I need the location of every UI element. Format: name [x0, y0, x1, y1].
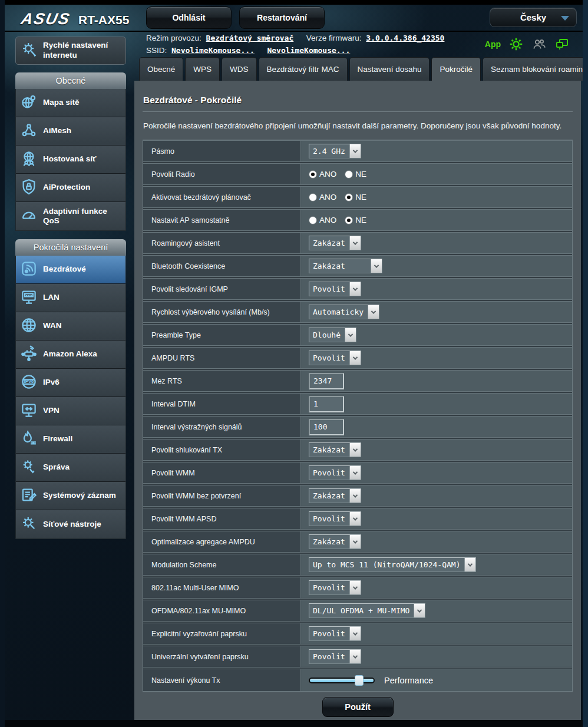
setting-select[interactable]: Dlouhé	[309, 328, 356, 342]
sidebar-item-ipv6[interactable]: IPV6IPv6	[16, 369, 125, 397]
chevron-down-icon[interactable]	[349, 351, 361, 365]
chevron-down-icon[interactable]	[349, 627, 361, 640]
chevron-down-icon[interactable]	[349, 282, 361, 296]
setting-select[interactable]: Povolit	[309, 649, 361, 664]
tab-seznam-blokov-n-roamingu[interactable]: Seznam blokování roamingu	[483, 57, 588, 81]
radio-icon[interactable]	[345, 216, 353, 224]
devices-monitor-icon[interactable]	[554, 37, 570, 51]
sidebar-item-spr-va[interactable]: Správa	[16, 454, 125, 482]
setting-value-cell: Povolit	[301, 577, 572, 599]
setting-select[interactable]: Zakázat	[309, 488, 361, 503]
app-link[interactable]: App	[485, 39, 501, 49]
setting-input[interactable]	[309, 419, 344, 435]
chevron-down-icon[interactable]	[371, 259, 382, 273]
radio-icon[interactable]	[345, 170, 353, 179]
radio-option-ne[interactable]: NE	[345, 193, 366, 201]
tab-bezdr-tov-filtr-mac[interactable]: Bezdrátový filtr MAC	[259, 57, 348, 81]
setting-label: Povolit Radio	[143, 163, 301, 185]
setting-select[interactable]: Povolit	[309, 351, 361, 365]
radio-label: ANO	[319, 170, 336, 179]
ssid-link-2[interactable]: NevolimeKomouse...	[267, 46, 350, 55]
setting-select[interactable]: Povolit	[309, 580, 361, 595]
reboot-button[interactable]: Restartování	[239, 6, 325, 29]
setting-select[interactable]: Up to MCS 11 (NitroQAM/1024-QAM)	[309, 557, 476, 572]
sidebar-item-syst-mov-z-znam[interactable]: Systémový záznam	[16, 482, 125, 510]
firmware-gear-icon[interactable]	[508, 37, 524, 52]
sidebar-item-bezdr-tov-[interactable]: Bezdrátové	[16, 256, 125, 284]
setting-value-cell: Povolit	[301, 462, 572, 484]
chevron-down-icon[interactable]	[345, 328, 356, 342]
tx-power-slider[interactable]	[309, 675, 375, 686]
apply-button[interactable]: Použít	[322, 697, 394, 717]
setting-select[interactable]: Zakázat	[309, 442, 361, 457]
radio-icon[interactable]	[309, 193, 317, 201]
sidebar-item-vpn[interactable]: VPN	[16, 397, 125, 425]
quick-internet-setup-button[interactable]: Rychlé nastavení internetu	[15, 37, 126, 65]
setting-select[interactable]: Povolit	[309, 465, 361, 480]
sidebar-item-aimesh[interactable]: AiMesh	[16, 117, 125, 146]
chevron-down-icon[interactable]	[464, 558, 475, 571]
chevron-down-icon[interactable]	[349, 466, 361, 480]
setting-select[interactable]: Povolit	[309, 282, 361, 296]
sidebar-item-mapa-s-t-[interactable]: Mapa sítě	[16, 89, 125, 117]
setting-select[interactable]: Zakázat	[309, 259, 382, 273]
svg-text:IPV6: IPV6	[24, 379, 34, 384]
select-value: Povolit	[309, 282, 349, 296]
language-value: Česky	[520, 12, 546, 22]
setting-value-cell: Zakázat	[301, 255, 572, 277]
chevron-down-icon[interactable]	[349, 650, 361, 663]
tab-obecn-[interactable]: Obecné	[139, 57, 183, 81]
setting-select[interactable]: DL/UL OFDMA + MU-MIMO	[309, 603, 425, 618]
chevron-down-icon[interactable]	[349, 581, 361, 594]
chevron-down-icon	[561, 16, 569, 21]
chevron-down-icon[interactable]	[414, 604, 425, 617]
setting-value-cell	[301, 416, 572, 438]
sidebar-item-label: IPv6	[43, 378, 60, 387]
radio-option-ano[interactable]: ANO	[309, 193, 336, 201]
setting-select[interactable]: Zakázat	[309, 534, 361, 549]
sidebar-item-firewall[interactable]: Firewall	[16, 425, 125, 454]
radio-icon[interactable]	[309, 170, 317, 179]
sidebar-item-lan[interactable]: LAN	[16, 284, 125, 312]
setting-select[interactable]: Povolit	[309, 626, 361, 641]
chevron-down-icon[interactable]	[349, 236, 361, 250]
chevron-down-icon[interactable]	[349, 144, 361, 158]
setting-input[interactable]	[309, 396, 344, 412]
setting-value-cell: Up to MCS 11 (NitroQAM/1024-QAM)	[301, 554, 572, 576]
setting-input[interactable]	[309, 373, 344, 389]
chevron-down-icon[interactable]	[349, 535, 361, 548]
setting-select[interactable]: Zakázat	[309, 236, 361, 250]
language-dropdown[interactable]: Česky	[490, 8, 577, 27]
chevron-down-icon[interactable]	[368, 305, 379, 319]
tab-nastaven-dosahu[interactable]: Nastavení dosahu	[349, 57, 430, 81]
sidebar-item-wan[interactable]: WAN	[16, 312, 125, 341]
sidebar-item-adaptivn-funkce-qos[interactable]: Adaptivní funkce QoS	[16, 202, 125, 230]
slider-track[interactable]	[309, 678, 375, 683]
ssid-link-1[interactable]: NevolimeKomouse...	[171, 46, 255, 55]
chevron-down-icon[interactable]	[349, 489, 361, 503]
radio-icon[interactable]	[309, 216, 317, 224]
radio-option-ne[interactable]: NE	[345, 216, 366, 224]
tab-pokro-il-[interactable]: Pokročilé	[431, 57, 481, 81]
setting-select[interactable]: Povolit	[309, 511, 361, 526]
sidebar-item-aiprotection[interactable]: AiProtection	[16, 174, 125, 202]
logout-button[interactable]: Odhlásit	[146, 6, 232, 29]
radio-icon[interactable]	[345, 193, 353, 201]
slider-handle[interactable]	[355, 675, 364, 686]
firmware-version-link[interactable]: 3.0.0.4.386_42350	[366, 34, 444, 42]
setting-select[interactable]: Automaticky	[309, 305, 379, 319]
sidebar-item-hostovan-s-[interactable]: Hostovaná síť	[16, 146, 125, 174]
setting-select[interactable]: 2.4 GHz	[309, 144, 361, 158]
tab-wds[interactable]: WDS	[222, 57, 257, 81]
sidebar-item-s-ov-n-stroje[interactable]: Síťové nástroje	[16, 510, 125, 538]
radio-option-ano[interactable]: ANO	[309, 216, 336, 224]
operation-mode-link[interactable]: Bezdrátový směrovač	[206, 34, 294, 42]
select-value: Automaticky	[309, 305, 368, 319]
chevron-down-icon[interactable]	[349, 512, 361, 526]
sidebar-item-amazon-alexa[interactable]: Amazon Alexa	[16, 341, 125, 369]
tab-wps[interactable]: WPS	[185, 57, 220, 81]
radio-option-ne[interactable]: NE	[345, 170, 366, 179]
chevron-down-icon[interactable]	[349, 443, 361, 457]
radio-option-ano[interactable]: ANO	[309, 170, 336, 179]
clients-icon[interactable]	[531, 37, 547, 51]
